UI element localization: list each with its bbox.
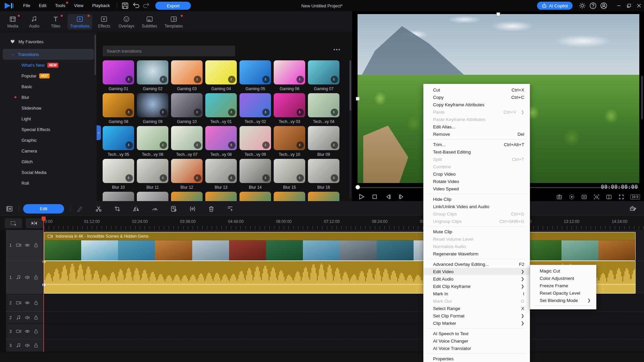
menu-item-trim-[interactable]: Trim...Ctrl+Alt+T <box>424 141 530 148</box>
transition-thumbnail[interactable] <box>171 60 203 84</box>
split-screen-button[interactable] <box>605 193 613 200</box>
transition-item[interactable] <box>239 192 271 201</box>
transition-thumbnail[interactable] <box>137 93 168 117</box>
track-lane-video-3[interactable] <box>44 324 644 339</box>
split-playhead-button[interactable] <box>25 218 43 228</box>
transition-thumbnail[interactable] <box>239 159 271 183</box>
transition-thumbnail[interactable] <box>103 192 134 201</box>
transition-item[interactable]: Tech...vy 09 <box>239 126 271 157</box>
menu-item-advanced-overlay-editing-[interactable]: Advanced Overlay Editing...F2 <box>424 260 530 268</box>
transition-item[interactable]: Gaming 02 <box>137 60 168 91</box>
eye-icon[interactable] <box>24 242 30 248</box>
download-icon[interactable] <box>297 141 304 149</box>
transition-item[interactable]: Tech...vy 04 <box>308 93 339 124</box>
sidebar-item-graphic[interactable]: Graphic <box>0 135 97 145</box>
speaker-icon[interactable] <box>24 315 30 320</box>
scissors-button[interactable] <box>94 204 104 214</box>
download-icon[interactable] <box>331 76 338 83</box>
camera-icon[interactable] <box>16 328 21 334</box>
manage-tracks-button[interactable] <box>5 218 22 228</box>
sidebar-item-special-effects[interactable]: Special Effects <box>0 124 97 135</box>
note-icon[interactable] <box>16 315 21 320</box>
account-icon[interactable] <box>599 1 608 10</box>
tab-media[interactable]: Media <box>3 14 22 29</box>
sidebar-item-camera[interactable]: Camera <box>0 145 97 156</box>
minimize-button[interactable] <box>614 0 624 11</box>
menu-item-copy[interactable]: CopyCtrl+C <box>424 94 530 101</box>
transition-thumbnail[interactable] <box>137 126 168 150</box>
menubar-item-edit[interactable]: Edit <box>35 0 51 11</box>
transition-item[interactable]: Blur 12 <box>171 159 203 190</box>
tab-subtitles[interactable]: Subtitles <box>139 14 160 29</box>
transition-thumbnail[interactable] <box>239 60 271 84</box>
lock-icon[interactable] <box>33 315 39 320</box>
download-icon[interactable] <box>297 174 304 182</box>
transition-item[interactable]: Tech...vy 07 <box>171 126 203 157</box>
transition-thumbnail[interactable] <box>308 192 339 201</box>
lock-icon[interactable] <box>33 300 39 306</box>
download-icon[interactable] <box>297 109 304 116</box>
settings-gear-icon[interactable] <box>578 1 587 10</box>
track-header-audio-2[interactable]: 2 <box>6 312 43 324</box>
transition-item[interactable]: Gaming 06 <box>274 60 305 91</box>
step-back-button[interactable] <box>384 192 392 201</box>
export-button[interactable]: Export <box>155 2 191 10</box>
transition-thumbnail[interactable] <box>171 192 203 201</box>
menu-item-crop-video[interactable]: Crop Video <box>424 170 530 178</box>
search-input[interactable] <box>103 46 235 56</box>
snapshot-button[interactable] <box>556 193 563 200</box>
crop-button[interactable] <box>112 204 122 214</box>
submenu-item-reset-opacity-level[interactable]: Reset Opacity Level <box>530 289 596 297</box>
menu-item-video-speed[interactable]: Video Speed <box>424 185 530 192</box>
step-forward-button[interactable] <box>397 192 406 201</box>
submenu-item-color-adjustment[interactable]: Color Adjustment <box>530 275 596 282</box>
menu-item-link-unlink-video-and-audio[interactable]: Link/Unlink Video and Audio <box>424 203 530 210</box>
transition-thumbnail[interactable] <box>274 93 305 117</box>
menu-item-regenerate-waveform[interactable]: Regenerate Waveform <box>424 250 530 257</box>
transition-thumbnail[interactable] <box>171 126 203 150</box>
download-icon[interactable] <box>160 76 167 83</box>
menu-item-remove[interactable]: RemoveDel <box>424 130 530 138</box>
menu-item-mute-clip[interactable]: Mute Clip <box>424 228 530 235</box>
transition-thumbnail[interactable] <box>308 126 339 150</box>
submenu-item-magic-cut[interactable]: Magic Cut <box>530 267 596 275</box>
transition-item[interactable]: Tech...vy 02 <box>239 93 271 124</box>
speaker-icon[interactable] <box>24 275 30 280</box>
transition-item[interactable]: Tech...vy 01 <box>205 93 237 124</box>
track-header-video-1[interactable]: 1 <box>6 230 43 261</box>
transition-thumbnail[interactable] <box>103 93 134 117</box>
edit-button[interactable]: Edit <box>23 204 64 214</box>
transition-item[interactable]: Gaming 03 <box>171 60 203 91</box>
speaker-icon[interactable] <box>24 343 30 348</box>
sidebar-item-glitch[interactable]: Glitch <box>0 156 97 167</box>
transition-thumbnail[interactable] <box>308 93 339 117</box>
tab-transitions[interactable]: Transitions <box>67 14 92 29</box>
transition-thumbnail[interactable] <box>137 192 168 201</box>
lock-icon[interactable] <box>33 242 39 248</box>
transition-item[interactable]: Tech...vy 08 <box>205 126 237 157</box>
transition-item[interactable]: Gaming 10 <box>171 93 203 124</box>
menu-item-clip-marker[interactable]: Clip Marker❯ <box>424 319 530 327</box>
transition-thumbnail[interactable] <box>205 126 237 150</box>
track-header-audio-3[interactable]: 3 <box>6 339 43 352</box>
transition-thumbnail[interactable] <box>103 159 134 183</box>
transition-item[interactable]: Tech...vy 10 <box>274 126 305 157</box>
submenu-item-set-blending-mode[interactable]: Set Blending Mode❯ <box>530 297 596 304</box>
menu-item-copy-keyframe-attributes[interactable]: Copy Keyframe Attributes <box>424 101 530 108</box>
menu-item-rotate-video[interactable]: Rotate Video <box>424 178 530 185</box>
sidebar-item-slideshow[interactable]: Slideshow <box>0 103 97 113</box>
note-icon[interactable] <box>16 275 21 280</box>
menu-item-hide-clip[interactable]: Hide Clip <box>424 195 530 203</box>
download-icon[interactable] <box>160 174 167 182</box>
menu-item-ai-voice-changer[interactable]: AI Voice Changer <box>424 337 530 345</box>
tab-titles[interactable]: Titles <box>46 14 65 29</box>
sidebar-scrollbar[interactable] <box>95 35 96 75</box>
download-icon[interactable] <box>194 109 201 116</box>
tab-audio[interactable]: Audio <box>24 14 44 29</box>
lock-icon[interactable] <box>33 275 39 280</box>
transition-thumbnail[interactable] <box>205 93 237 117</box>
download-icon[interactable] <box>331 141 338 149</box>
sidebar-group-transitions[interactable]: Transitions <box>3 49 94 60</box>
transition-item[interactable]: Blur 11 <box>137 159 168 190</box>
playhead-line[interactable] <box>43 217 44 352</box>
